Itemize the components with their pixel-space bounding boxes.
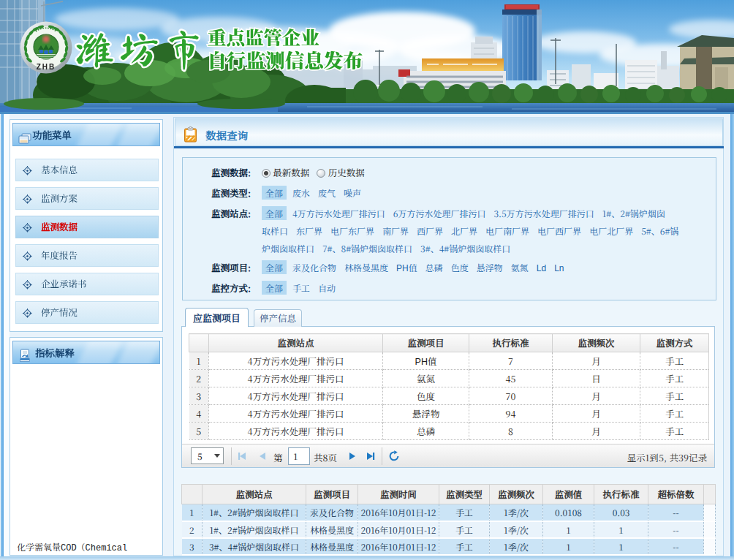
svg-text:ZHB: ZHB	[37, 63, 56, 71]
svg-text:潍坊市: 潍坊市	[74, 29, 208, 70]
svg-text:自行监测信息发布: 自行监测信息发布	[207, 45, 363, 74]
